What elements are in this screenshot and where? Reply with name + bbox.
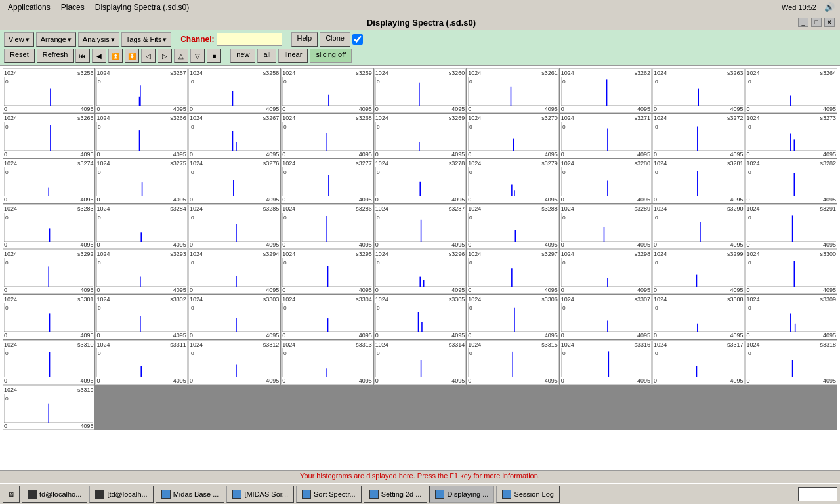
spectrum-cell[interactable]: 1024 s3258 0 0 4095 (188, 68, 280, 113)
spectrum-cell[interactable]: 1024 s3266 0 0 4095 (95, 114, 187, 158)
spectrum-cell[interactable]: 1024 s3295 0 0 4095 (281, 249, 373, 294)
refresh-button[interactable]: Refresh (37, 49, 74, 63)
clone-checkbox[interactable] (352, 34, 363, 45)
spectrum-cell[interactable]: 1024 s3284 0 0 4095 (95, 204, 187, 249)
help-button[interactable]: Help (291, 32, 318, 47)
spectrum-cell[interactable]: 1024 s3267 0 0 4095 (188, 114, 280, 158)
spectrum-cell[interactable]: 1024 s3308 0 0 4095 (652, 295, 744, 339)
spectrum-cell[interactable]: 1024 s3257 0 0 4095 (95, 68, 187, 113)
spectrum-cell[interactable]: 1024 s3317 0 0 4095 (652, 340, 744, 385)
spectrum-cell[interactable]: 1024 s3303 0 0 4095 (188, 295, 280, 339)
spectrum-cell[interactable]: 1024 s3289 0 0 4095 (560, 204, 652, 249)
spectrum-cell[interactable]: 1024 s3288 0 0 4095 (467, 204, 558, 249)
nav-prev-page-button[interactable]: ⏫ (108, 49, 123, 63)
taskbar-btn-displaying[interactable]: Displaying ... (429, 486, 494, 503)
nav-prev-small-button[interactable]: ◀ (92, 49, 106, 63)
taskbar-btn-sessionlog[interactable]: Session Log (496, 486, 560, 503)
spectrum-cell[interactable]: 1024 s3282 0 0 4095 (746, 159, 837, 203)
linear-button[interactable]: linear (278, 49, 308, 63)
spectrum-cell[interactable]: 1024 s3302 0 0 4095 (95, 295, 187, 339)
menu-window-title[interactable]: Displaying Spectra (.sd.s0) (90, 1, 194, 13)
spectrum-cell[interactable]: 1024 s3312 0 0 4095 (188, 340, 280, 385)
nav-prev-button[interactable]: ◁ (141, 49, 156, 63)
spectrum-cell[interactable]: 1024 s3307 0 0 4095 (560, 295, 652, 339)
new-button[interactable]: new (230, 49, 255, 63)
spectrum-cell[interactable]: 1024 s3291 0 0 4095 (746, 204, 837, 249)
taskbar-btn-setting2d[interactable]: Setting 2d ... (364, 486, 428, 503)
spectrum-cell[interactable]: 1024 s3294 0 0 4095 (188, 249, 280, 294)
spectrum-cell[interactable]: 1024 s3287 0 0 4095 (374, 204, 466, 249)
spectrum-cell[interactable]: 1024 s3296 0 0 4095 (374, 249, 466, 294)
spectrum-cell[interactable]: 1024 s3319 0 0 4095 (3, 385, 94, 430)
nav-next-button[interactable]: ▷ (158, 49, 172, 63)
spectrum-cell[interactable]: 1024 s3292 0 0 4095 (3, 249, 94, 294)
spectrum-cell[interactable]: 1024 s3310 0 0 4095 (3, 340, 94, 385)
channel-input[interactable] (217, 33, 282, 46)
menu-applications[interactable]: Applications (3, 1, 56, 13)
taskbar-btn-tdlocalho[interactable]: td@localho... (22, 486, 87, 503)
spectrum-cell[interactable]: 1024 s3318 0 0 4095 (746, 340, 837, 385)
spectrum-cell[interactable]: 1024 s3262 0 0 4095 (560, 68, 652, 113)
spectrum-cell[interactable]: 1024 s3273 0 0 4095 (746, 114, 837, 158)
spectrum-cell[interactable]: 1024 s3316 0 0 4095 (560, 340, 652, 385)
spectrum-cell[interactable]: 1024 s3280 0 0 4095 (560, 159, 652, 203)
spectrum-cell[interactable]: 1024 s3270 0 0 4095 (467, 114, 558, 158)
close-button[interactable]: ✕ (824, 18, 835, 27)
spectrum-cell[interactable]: 1024 s3305 0 0 4095 (374, 295, 466, 339)
spectrum-cell[interactable]: 1024 s3314 0 0 4095 (374, 340, 466, 385)
spectrum-cell[interactable]: 1024 s3300 0 0 4095 (746, 249, 837, 294)
nav-down-button[interactable]: ▽ (190, 49, 205, 63)
spectrum-cell[interactable]: 1024 s3285 0 0 4095 (188, 204, 280, 249)
sound-icon[interactable]: 🔊 (822, 2, 837, 12)
nav-first-button[interactable]: ⏮ (75, 49, 90, 63)
nav-next-page-button[interactable]: ⏬ (125, 49, 139, 63)
slicing-off-button[interactable]: slicing off (310, 49, 352, 63)
taskbar-btn-midasbase[interactable]: Midas Base ... (156, 486, 225, 503)
menu-places[interactable]: Places (56, 1, 90, 13)
spectrum-cell[interactable]: 1024 s3269 0 0 4095 (374, 114, 466, 158)
taskbar-btn-sortspectr[interactable]: Sort Spectr... (296, 486, 362, 503)
spectrum-cell[interactable]: 1024 s3268 0 0 4095 (281, 114, 373, 158)
analysis-menu[interactable]: Analysis▾ (78, 32, 119, 47)
spectrum-cell[interactable]: 1024 s3271 0 0 4095 (560, 114, 652, 158)
spectrum-cell[interactable]: 1024 s3256 0 0 4095 (3, 68, 94, 113)
tags-fits-menu[interactable]: Tags & Fits▾ (121, 32, 171, 47)
view-menu[interactable]: View▾ (4, 32, 34, 47)
spectrum-cell[interactable]: 1024 s3311 0 0 4095 (95, 340, 187, 385)
spectrum-cell[interactable]: 1024 s3278 0 0 4095 (374, 159, 466, 203)
spectrum-cell[interactable]: 1024 s3298 0 0 4095 (560, 249, 652, 294)
all-button[interactable]: all (257, 49, 276, 63)
spectrum-cell[interactable]: 1024 s3272 0 0 4095 (652, 114, 744, 158)
spectrum-cell[interactable]: 1024 s3301 0 0 4095 (3, 295, 94, 339)
maximize-button[interactable]: □ (811, 18, 822, 27)
taskbar-icon-left[interactable]: 🖥 (3, 486, 20, 503)
spectrum-cell[interactable]: 1024 s3277 0 0 4095 (281, 159, 373, 203)
taskbar-btn-tdlocalh[interactable]: [td@localh... (89, 486, 153, 503)
spectrum-cell[interactable]: 1024 s3299 0 0 4095 (652, 249, 744, 294)
spectrum-cell[interactable]: 1024 s3304 0 0 4095 (281, 295, 373, 339)
spectrum-cell[interactable]: 1024 s3306 0 0 4095 (467, 295, 558, 339)
spectrum-cell[interactable]: 1024 s3274 0 0 4095 (3, 159, 94, 203)
spectrum-cell[interactable]: 1024 s3276 0 0 4095 (188, 159, 280, 203)
arrange-menu[interactable]: Arrange▾ (36, 32, 76, 47)
spectrum-cell[interactable]: 1024 s3279 0 0 4095 (467, 159, 558, 203)
nav-up-button[interactable]: △ (174, 49, 188, 63)
taskbar-search-input[interactable] (798, 487, 837, 501)
clone-button[interactable]: Clone (320, 32, 350, 47)
spectrum-cell[interactable]: 1024 s3265 0 0 4095 (3, 114, 94, 158)
spectrum-cell[interactable]: 1024 s3264 0 0 4095 (746, 68, 837, 113)
nav-stop-button[interactable]: ■ (207, 49, 221, 63)
spectrum-cell[interactable]: 1024 s3281 0 0 4095 (652, 159, 744, 203)
spectrum-cell[interactable]: 1024 s3263 0 0 4095 (652, 68, 744, 113)
spectrum-cell[interactable]: 1024 s3315 0 0 4095 (467, 340, 558, 385)
spectrum-cell[interactable]: 1024 s3275 0 0 4095 (95, 159, 187, 203)
spectrum-cell[interactable]: 1024 s3297 0 0 4095 (467, 249, 558, 294)
spectrum-cell[interactable]: 1024 s3290 0 0 4095 (652, 204, 744, 249)
minimize-button[interactable]: _ (798, 18, 808, 27)
reset-button[interactable]: Reset (4, 49, 35, 63)
spectrum-cell[interactable]: 1024 s3313 0 0 4095 (281, 340, 373, 385)
spectrum-cell[interactable]: 1024 s3293 0 0 4095 (95, 249, 187, 294)
spectrum-cell[interactable]: 1024 s3286 0 0 4095 (281, 204, 373, 249)
taskbar-btn-midassor[interactable]: [MIDAS Sor... (226, 486, 294, 503)
spectrum-cell[interactable]: 1024 s3259 0 0 4095 (281, 68, 373, 113)
